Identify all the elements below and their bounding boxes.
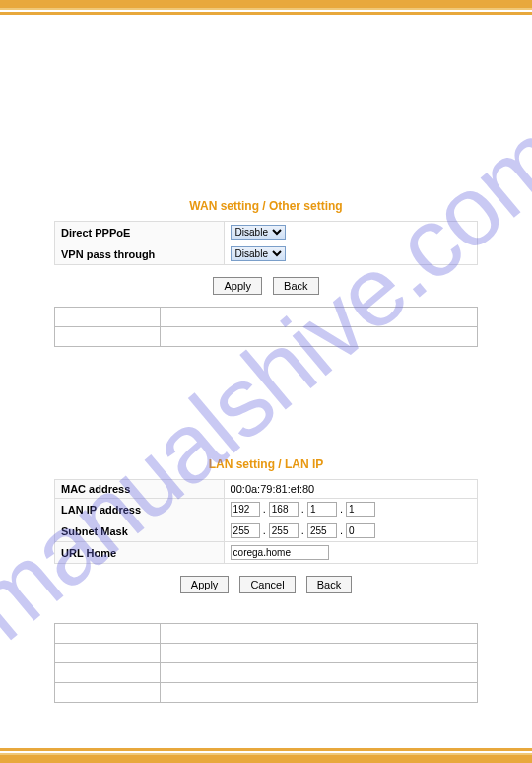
table-row: Direct PPPoE Disable [55,222,478,243]
lan-section-title: LAN setting / LAN IP [54,457,478,471]
lan-button-row: Apply Cancel Back [54,576,478,593]
mac-address-label: MAC address [55,480,225,499]
direct-pppoe-value-cell: Disable [224,222,477,243]
mask-octet-4[interactable] [346,523,375,538]
lan-ip-label: LAN IP address [55,499,225,520]
wan-settings-table: Direct PPPoE Disable VPN pass through Di… [54,221,478,265]
page-content: WAN setting / Other setting Direct PPPoE… [0,15,532,703]
ip-octet-1[interactable] [231,502,260,517]
table-row: URL Home [55,542,478,564]
footer-bars [0,746,532,763]
lan-settings-table: MAC address 00:0a:79:81:ef:80 LAN IP add… [54,479,478,564]
header-bar-thick [0,0,532,10]
ip-octet-4[interactable] [346,502,375,517]
back-button[interactable]: Back [306,576,352,593]
table-row: Subnet Mask . . . [55,520,478,542]
url-home-input[interactable] [231,545,329,560]
url-home-label: URL Home [55,542,225,564]
lan-empty-table [54,623,478,703]
lan-ip-value-cell: . . . [224,499,477,520]
mask-octet-2[interactable] [269,523,299,538]
wan-section-title: WAN setting / Other setting [54,199,478,213]
vpn-passthrough-select[interactable]: Disable [231,246,286,261]
direct-pppoe-label: Direct PPPoE [55,222,225,243]
cancel-button[interactable]: Cancel [239,576,295,593]
subnet-mask-value-cell: . . . [224,520,477,542]
table-row: LAN IP address . . . [55,499,478,520]
apply-button[interactable]: Apply [180,576,230,593]
ip-octet-2[interactable] [269,502,299,517]
url-home-value-cell [224,542,477,564]
direct-pppoe-select[interactable]: Disable [231,225,286,240]
wan-button-row: Apply Back [54,277,478,295]
apply-button[interactable]: Apply [213,277,262,295]
vpn-passthrough-label: VPN pass through [55,243,225,265]
table-row: VPN pass through Disable [55,243,478,265]
mac-address-value: 00:0a:79:81:ef:80 [224,480,477,499]
wan-empty-table [54,307,478,347]
ip-octet-3[interactable] [307,502,337,517]
mask-octet-1[interactable] [231,523,260,538]
back-button[interactable]: Back [273,277,318,295]
mask-octet-3[interactable] [307,523,337,538]
subnet-mask-label: Subnet Mask [55,520,225,542]
table-row: MAC address 00:0a:79:81:ef:80 [55,480,478,499]
vpn-passthrough-value-cell: Disable [224,243,477,265]
